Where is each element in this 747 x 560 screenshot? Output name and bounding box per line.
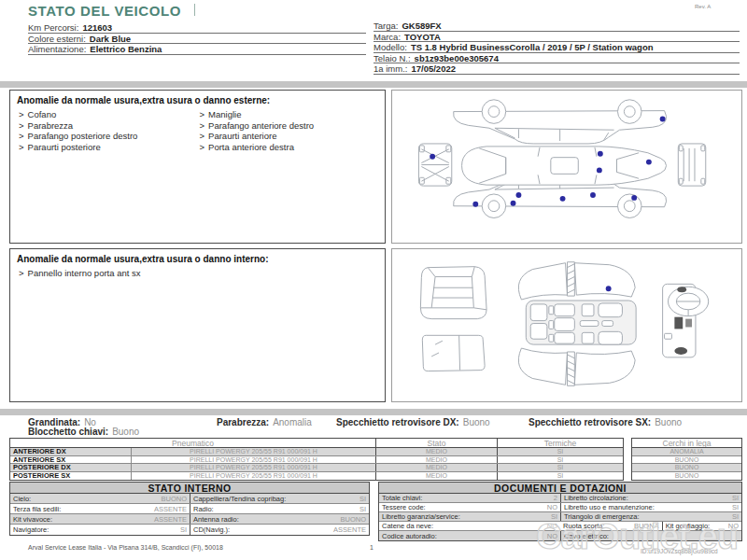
field-label: Telaio N.: (374, 53, 411, 63)
field-label: Modello: (374, 42, 407, 52)
bullet: > (19, 120, 24, 131)
tyre-row-anteriore-sx: ANTERIORE SX PIRELLI POWERGY 205/55 R91 … (10, 456, 623, 465)
cell-value: BUONO (340, 515, 366, 524)
damage-marker (590, 192, 596, 198)
cell-value: NO (547, 503, 557, 511)
tyre-row-posteriore-dx: POSTERIORE DX PIRELLI POWERGY 205/55 R91… (10, 464, 623, 472)
column-header-stato: Stato (376, 439, 498, 447)
field-label: 1a imm.: (374, 63, 407, 74)
cell-label: Antenna radio: (193, 515, 239, 524)
condition-label: Specchietto retrovisore DX: (336, 417, 459, 427)
condition-label: Specchietto retrovisore SX: (529, 417, 651, 427)
tyre-table-header: Pneumatico Stato Termiche (10, 439, 623, 448)
tyre-position: POSTERIORE SX (10, 472, 132, 481)
cell-value: SI (732, 494, 739, 502)
vehicle-info-right: Targa:GK589FX Marca:TOYOTA Modello:TS 1.… (374, 21, 740, 75)
condition-value: Anomalia (273, 417, 312, 427)
damage-marker (597, 167, 602, 173)
damage-marker (598, 151, 603, 157)
vehicle-status-report: STATO DEL VEICOLO Rev. A Km Percorsi:121… (0, 0, 747, 560)
tyre-stato: MEDIO (376, 472, 498, 481)
cell-label: Libretto garanzia/service: (382, 512, 460, 521)
tyre-stato: MEDIO (376, 448, 498, 455)
info-row-immatricolazione: 1a imm.:17/05/2022 (374, 63, 740, 75)
documenti-dotazioni-table: DOCUMENTI E DOTAZIONI Totale chiavi:2 Li… (378, 482, 742, 541)
anomaly-text: Parafango posteriore destro (28, 131, 138, 141)
footer-document-id: ID:uf19JOvZsq8b8jGu9B9cd (641, 548, 718, 554)
cell-label: Codice autoradio: (382, 532, 437, 540)
field-label: Km Percorsi: (28, 22, 78, 33)
interior-anomalies-heading: Anomalie da normale usura,extra usura o … (17, 254, 378, 264)
documenti-title: DOCUMENTI E DOTAZIONI (379, 483, 741, 494)
cell-label: Cappelliera/Tendina copribag: (193, 495, 286, 503)
table-cell: Terza fila sedili:ASSENTE (10, 504, 190, 513)
table-cell: Cappelliera/Tendina copribag:SI (190, 494, 369, 503)
cerchi-value: BUONO (632, 472, 741, 481)
table-row: Tessere code:NO Libretto uso e manutenzi… (379, 503, 741, 512)
cerchi-value: BUONO (632, 464, 741, 472)
tyre-spec: PIRELLI POWERGY 205/55 R91 000/091 H (132, 448, 376, 455)
info-row-telaio: Telaio N.:sb1z93be00e305674 (374, 53, 740, 64)
table-cell: Kit gonfiaggio:NO (662, 522, 741, 530)
field-value: GK589FX (402, 21, 441, 31)
cell-label: Tessere code: (382, 503, 426, 511)
cell-label: Libretto circolazione: (564, 494, 628, 502)
exterior-anomalies-col-right: >Maniglie >Parafango anteriore destro >P… (198, 109, 379, 152)
cell-value: SI (359, 505, 366, 513)
interior-damage-markers (606, 286, 612, 291)
cell-value: ASSENTE (333, 525, 366, 534)
vehicle-info-left: Km Percorsi:121603 Colore esterni:Dark B… (28, 22, 366, 55)
cell-label: Triangolo di emergenza: (564, 512, 640, 521)
rear-window-view (422, 335, 485, 371)
cell-label: Catene da neve: (382, 522, 433, 530)
cell-value: NO (728, 522, 739, 530)
table-cell: Libretto uso e manutenzione:SI (560, 503, 741, 511)
field-value: 17/05/2022 (411, 63, 456, 74)
cell-label: Ruota scorta: (563, 522, 605, 530)
separator-bar (0, 81, 747, 88)
cell-value: ASSENTE (154, 515, 187, 524)
cell-label: Navigatore: (13, 525, 49, 534)
field-value: 121603 (82, 22, 112, 33)
cell-label: Totale chiavi: (382, 494, 422, 502)
info-row-colore: Colore esterni:Dark Blue (28, 34, 366, 45)
table-cell: Radio:SI (190, 504, 369, 513)
trunk-view (420, 267, 486, 319)
stato-interno-title: STATO INTERNO (10, 483, 369, 494)
cerchi-value: BUONO (632, 456, 741, 465)
tyre-row-posteriore-sx: POSTERIORE SX PIRELLI POWERGY 205/55 R91… (10, 472, 623, 481)
field-label: Marca: (374, 32, 401, 42)
cabin-view (518, 262, 636, 386)
title-divider (194, 4, 195, 16)
damage-marker (430, 154, 435, 160)
column-header-termiche: Termiche (498, 439, 623, 447)
tyre-position: ANTERIORE DX (10, 448, 132, 455)
cell-value: SI (732, 503, 739, 511)
field-value: sb1z93be00e305674 (415, 53, 499, 63)
table-cell: Triangolo di emergenza:SI (560, 512, 741, 521)
footer-company: Arval Service Lease Italia - Via Pisana … (28, 544, 223, 551)
cell-value: SI (359, 495, 366, 503)
anomaly-text: Maniglie (208, 109, 241, 119)
damage-marker (560, 196, 566, 202)
table-cell: Libretto circolazione:SI (560, 494, 741, 502)
tyre-termiche: SI (498, 448, 623, 455)
tyre-spec: PIRELLI POWERGY 205/55 R91 000/091 H (132, 472, 376, 481)
anomaly-text: Cofano (28, 109, 57, 119)
cell-value: SI (180, 525, 187, 534)
cell-value: NO (547, 522, 557, 530)
anomaly-text: Porta anteriore destra (208, 142, 294, 152)
tyre-position: ANTERIORE SX (10, 456, 132, 464)
bullet: > (200, 142, 205, 152)
cell-label: Terza fila sedili: (13, 505, 61, 513)
table-row: Totale chiavi:2 Libretto circolazione:SI (379, 494, 741, 503)
condition-blocchetto-chiavi: Blocchetto chiavi:Buono (28, 427, 139, 437)
interior-diagram-panel (391, 248, 742, 402)
table-row: Navigatore:SI CD(Navig.):ASSENTE (10, 525, 369, 535)
tyre-table: Pneumatico Stato Termiche ANTERIORE DX P… (9, 438, 624, 481)
anomaly-item: >Parafango posteriore destro (17, 131, 198, 142)
stato-interno-table: STATO INTERNO Cielo:BUONO Cappelliera/Te… (9, 482, 370, 536)
tyre-stato: MEDIO (376, 456, 498, 464)
table-cell: Cielo:BUONO (10, 494, 190, 503)
car-plan-view (462, 147, 667, 185)
